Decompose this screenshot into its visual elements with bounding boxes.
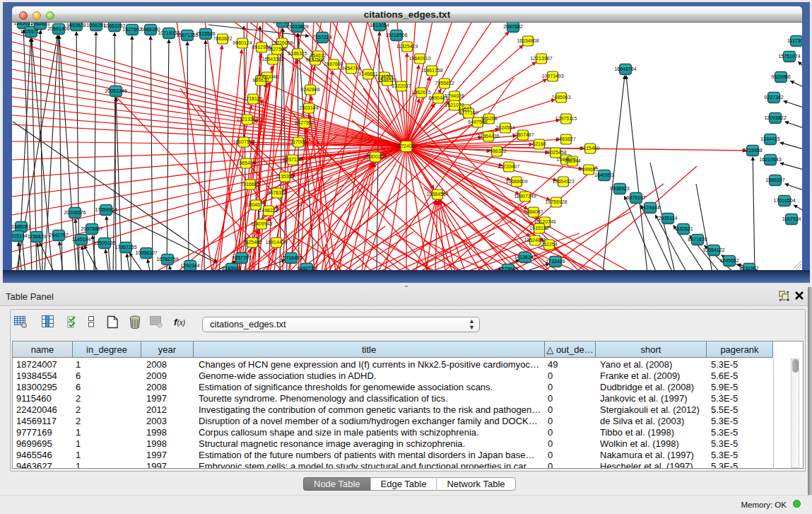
- svg-text:16210643: 16210643: [759, 157, 781, 162]
- svg-text:7955812: 7955812: [435, 81, 454, 86]
- svg-text:1004673: 1004673: [246, 202, 265, 207]
- svg-text:12505135: 12505135: [93, 240, 115, 245]
- svg-text:1156829: 1156829: [28, 234, 47, 239]
- svg-text:15640910: 15640910: [408, 56, 430, 61]
- svg-text:20206576: 20206576: [64, 210, 86, 215]
- svg-text:14055714: 14055714: [20, 29, 42, 34]
- svg-text:1640953: 1640953: [594, 173, 613, 177]
- svg-text:9699695: 9699695: [579, 167, 598, 172]
- svg-text:10958107: 10958107: [135, 250, 157, 255]
- svg-text:19218506: 19218506: [385, 33, 407, 37]
- svg-text:12213967: 12213967: [530, 56, 552, 61]
- svg-text:1588520: 1588520: [377, 78, 396, 83]
- svg-text:12093822: 12093822: [764, 115, 786, 120]
- svg-text:9084067: 9084067: [524, 209, 543, 214]
- svg-text:15751074: 15751074: [778, 54, 800, 59]
- svg-text:8454749: 8454749: [341, 66, 360, 71]
- svg-text:17016504: 17016504: [773, 198, 795, 203]
- svg-text:3915194: 3915194: [12, 233, 28, 238]
- svg-text:9245652: 9245652: [719, 258, 739, 263]
- svg-text:8471676: 8471676: [688, 237, 707, 242]
- svg-text:7663822: 7663822: [213, 36, 232, 41]
- svg-text:1292344: 1292344: [180, 263, 199, 268]
- svg-text:1117302: 1117302: [787, 38, 802, 43]
- svg-text:7515526: 7515526: [196, 31, 215, 36]
- svg-text:10973493: 10973493: [541, 74, 563, 78]
- svg-text:8183921: 8183921: [222, 266, 241, 270]
- svg-text:16543382: 16543382: [261, 57, 283, 62]
- svg-text:6497568: 6497568: [468, 119, 487, 124]
- svg-text:9115460: 9115460: [581, 146, 600, 151]
- svg-text:1167534: 1167534: [782, 216, 801, 221]
- svg-text:17359914: 17359914: [95, 207, 117, 212]
- svg-text:3624554: 3624554: [495, 125, 514, 130]
- svg-text:13226058: 13226058: [271, 40, 293, 45]
- svg-text:9329966: 9329966: [771, 74, 790, 79]
- svg-text:16914479: 16914479: [265, 240, 287, 245]
- svg-text:16154808: 16154808: [517, 38, 539, 43]
- svg-text:1585051: 1585051: [12, 224, 31, 229]
- svg-text:8678334: 8678334: [267, 190, 286, 195]
- svg-text:11409948: 11409948: [251, 221, 273, 226]
- svg-text:16961758: 16961758: [420, 68, 442, 73]
- svg-text:8231907: 8231907: [739, 266, 758, 270]
- svg-text:9273645: 9273645: [498, 267, 517, 270]
- svg-text:6794028: 6794028: [445, 93, 464, 98]
- svg-text:1362615: 1362615: [411, 90, 430, 95]
- svg-text:16782759: 16782759: [156, 257, 178, 262]
- svg-text:7986322: 7986322: [487, 148, 506, 153]
- svg-text:1615132: 1615132: [529, 226, 548, 230]
- svg-text:7632621: 7632621: [673, 226, 693, 231]
- svg-text:9857791: 9857791: [232, 255, 251, 260]
- svg-text:7485063: 7485063: [551, 95, 570, 100]
- svg-text:19756928: 19756928: [545, 199, 567, 204]
- svg-text:758344: 758344: [564, 158, 580, 163]
- svg-text:8322037: 8322037: [392, 83, 411, 88]
- svg-text:9474444: 9474444: [640, 205, 659, 210]
- svg-text:9827506: 9827506: [305, 57, 324, 62]
- svg-text:15720407: 15720407: [498, 164, 519, 169]
- svg-text:1569297: 1569297: [765, 177, 784, 182]
- svg-text:2087682: 2087682: [503, 24, 522, 29]
- svg-text:8267130: 8267130: [283, 157, 302, 162]
- svg-text:989612: 989612: [252, 78, 269, 83]
- svg-text:14136141: 14136141: [514, 255, 536, 259]
- svg-text:1527602: 1527602: [122, 27, 141, 32]
- svg-text:10807487: 10807487: [512, 132, 534, 137]
- svg-text:20053346: 20053346: [105, 88, 126, 93]
- svg-text:15716485: 15716485: [280, 255, 302, 260]
- svg-text:20975867: 20975867: [81, 226, 102, 231]
- svg-text:18907249: 18907249: [514, 194, 536, 199]
- svg-text:9660124: 9660124: [233, 40, 252, 45]
- svg-text:10025458: 10025458: [544, 150, 566, 155]
- svg-text:9463628: 9463628: [66, 23, 86, 28]
- svg-text:1965494: 1965494: [236, 160, 255, 165]
- svg-text:917006: 917006: [290, 139, 306, 144]
- svg-text:17957255: 17957255: [114, 245, 136, 250]
- svg-text:7625402: 7625402: [242, 240, 261, 245]
- svg-text:10688609: 10688609: [505, 179, 527, 184]
- svg-text:12975115: 12975115: [555, 116, 577, 121]
- svg-text:6879197: 6879197: [626, 195, 645, 200]
- svg-text:12213369: 12213369: [236, 117, 258, 122]
- svg-text:9227342: 9227342: [764, 95, 783, 100]
- svg-text:1733426: 1733426: [546, 259, 565, 264]
- svg-text:9463627: 9463627: [556, 136, 575, 141]
- svg-text:8813054: 8813054: [370, 23, 389, 28]
- svg-text:16107552: 16107552: [233, 139, 254, 144]
- svg-text:252254: 252254: [541, 242, 557, 247]
- svg-text:25300203: 25300203: [364, 154, 386, 159]
- svg-text:7357224: 7357224: [312, 35, 331, 40]
- svg-text:11325419: 11325419: [396, 44, 418, 49]
- svg-text:1498222: 1498222: [259, 208, 278, 213]
- svg-text:2942757: 2942757: [49, 233, 68, 238]
- svg-text:2935114: 2935114: [659, 216, 678, 221]
- svg-text:3215958: 3215958: [743, 148, 762, 153]
- svg-text:18724007: 18724007: [395, 144, 417, 148]
- svg-text:9162733: 9162733: [297, 266, 316, 270]
- svg-text:1916682: 1916682: [240, 182, 259, 187]
- svg-text:19384554: 19384554: [426, 192, 448, 197]
- svg-text:19654923: 19654923: [552, 179, 574, 184]
- svg-text:8427552: 8427552: [295, 120, 314, 125]
- svg-text:8938923: 8938923: [610, 186, 629, 191]
